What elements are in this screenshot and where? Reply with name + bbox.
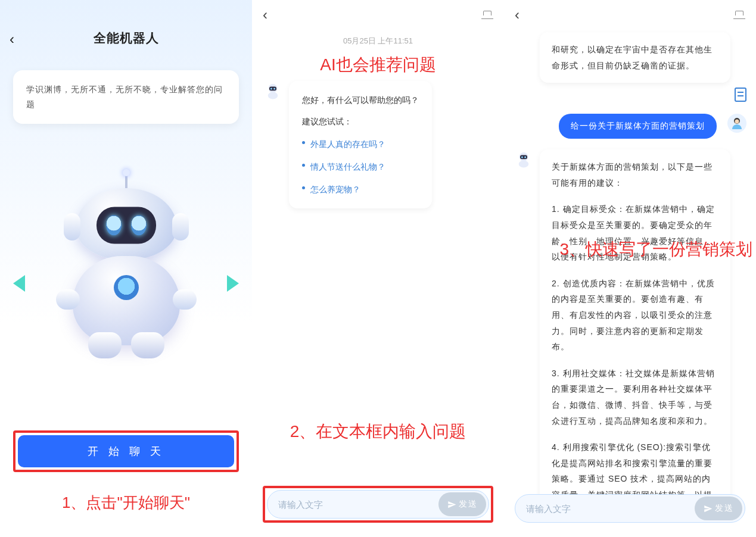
suggestion-link[interactable]: 情人节送什么礼物？	[302, 158, 419, 175]
back-icon[interactable]: ‹	[10, 31, 14, 48]
back-icon[interactable]: ‹	[515, 7, 519, 23]
svg-rect-8	[520, 155, 527, 160]
suggestion-link[interactable]: 怎么养宠物？	[302, 181, 419, 198]
carousel-prev-icon[interactable]	[13, 275, 25, 292]
svg-point-3	[273, 88, 275, 89]
start-chat-button[interactable]: 开 始 聊 天	[18, 435, 234, 467]
suggestion-link[interactable]: 外星人真的存在吗？	[302, 136, 419, 152]
annotation-step2: 2、在文本框内输入问题	[252, 420, 504, 443]
svg-rect-1	[269, 87, 276, 91]
screen-chat-reply: ‹ 和研究，以确定在宇宙中是否存在其他生命形式，但目前仍缺乏确凿的证据。 给一份…	[504, 0, 756, 537]
annotation-step3: 3、快速写了一份营销策划	[504, 238, 756, 261]
bot-avatar-icon	[263, 81, 283, 101]
archive-icon[interactable]	[733, 9, 745, 21]
annotation-step1: 1、点击"开始聊天"	[13, 492, 239, 513]
svg-point-6	[735, 120, 739, 124]
user-message: 给一份关于新媒体方面的营销策划	[559, 114, 717, 139]
highlight-frame: 开 始 聊 天	[13, 430, 239, 472]
send-button[interactable]: 发送	[695, 497, 742, 520]
send-button[interactable]: 发送	[438, 492, 486, 516]
bot-avatar-icon	[514, 149, 534, 170]
user-avatar-icon	[727, 114, 746, 133]
robot-illustration	[0, 142, 252, 424]
bot-message-prev: 和研究，以确定在宇宙中是否存在其他生命形式，但目前仍缺乏确凿的证据。	[540, 32, 730, 83]
send-icon	[447, 500, 456, 509]
svg-point-4	[268, 92, 278, 99]
screen-chat-empty: ‹ 05月25日 上午11:51 AI也会推荐问题 您好，有什么可以帮助您的吗？…	[252, 0, 504, 537]
chat-input[interactable]	[278, 499, 438, 510]
suggest-label: 建议您试试：	[302, 113, 419, 130]
annotation-top: AI也会推荐问题	[263, 54, 493, 76]
highlight-frame: 发送	[263, 486, 493, 523]
greeting-text: 您好，有什么可以帮助您的吗？	[302, 92, 419, 108]
screen-intro: ‹ 全能机器人 学识渊博，无所不通，无所不晓，专业解答您的问题 开 始 聊 天 …	[0, 0, 252, 537]
carousel-next-icon[interactable]	[227, 275, 239, 292]
svg-point-11	[519, 161, 529, 168]
bot-message: 您好，有什么可以帮助您的吗？ 建议您试试： 外星人真的存在吗？ 情人节送什么礼物…	[289, 81, 432, 208]
svg-point-9	[521, 157, 523, 158]
intro-card: 学识渊博，无所不通，无所不晓，专业解答您的问题	[13, 70, 239, 124]
page-title: 全能机器人	[11, 30, 241, 46]
send-icon	[704, 504, 713, 513]
timestamp: 05月25日 上午11:51	[263, 36, 493, 46]
copy-icon[interactable]	[735, 88, 746, 102]
chat-input[interactable]	[526, 504, 695, 514]
svg-point-10	[524, 157, 526, 158]
svg-point-2	[270, 88, 272, 89]
back-icon[interactable]: ‹	[263, 7, 267, 23]
bot-message-reply: 关于新媒体方面的营销策划，以下是一些可能有用的建议： 1. 确定目标受众：在新媒…	[540, 149, 730, 494]
archive-icon[interactable]	[481, 9, 493, 21]
